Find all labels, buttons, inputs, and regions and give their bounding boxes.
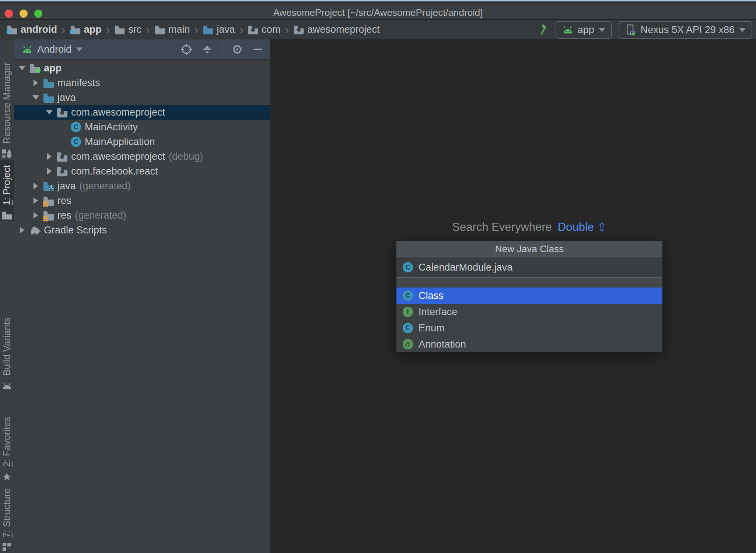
folder-icon [154,24,165,35]
breadcrumb-separator-icon: › [192,24,201,35]
expanded-arrow-icon[interactable] [44,107,55,118]
run-toolbar: app Nexus 5X API 29 x86 [537,20,752,39]
hide-panel-icon[interactable] [252,43,264,55]
tool-window-tab-label: 7: Structure [1,488,13,538]
collapsed-arrow-icon[interactable] [30,180,41,191]
breadcrumb-label: app [84,24,102,35]
chevron-down-icon [599,28,605,32]
tree-row-java[interactable]: java(generated) [14,179,270,193]
collapsed-arrow-icon[interactable] [30,210,41,221]
kind-option-class[interactable]: CClass [396,288,662,304]
navigation-toolbar: android›app›src›main›java›com›awesomepro… [0,20,756,39]
project-view-label: Android [37,44,71,55]
collapsed-arrow-icon[interactable] [44,151,55,162]
generated-folder-icon [43,180,55,192]
project-view-selector[interactable]: Android [22,44,83,55]
collapsed-arrow-icon[interactable] [17,225,28,236]
breadcrumb-label: java [217,24,235,35]
build-hammer-icon[interactable] [537,24,549,36]
tree-row-label: Gradle Scripts [44,225,107,236]
class-icon: C [402,262,413,273]
new-java-class-popup: New Java Class C CalendarModule.java CCl… [396,241,662,352]
collapse-all-icon[interactable] [201,43,213,55]
breadcrumb-item-awesomeproject[interactable]: awesomeproject [293,24,380,35]
module-folder-icon [70,24,81,35]
breadcrumb-separator-icon: › [144,24,152,35]
collapsed-arrow-icon[interactable] [44,166,55,177]
collapsed-arrow-icon[interactable] [30,195,41,206]
app-folder-icon [29,62,41,74]
tool-window-tab-build-variants[interactable]: Build Variants [0,301,14,391]
tree-row-manifests[interactable]: manifests [14,75,270,90]
svg-text:@: @ [405,341,411,348]
svg-text:C: C [406,292,410,299]
window-title: AwesomeProject [~/src/AwesomeProject/and… [0,7,756,18]
breadcrumb-item-app[interactable]: app [70,24,102,35]
kind-option-interface[interactable]: IInterface [396,304,662,320]
breadcrumb-item-main[interactable]: main [154,24,190,35]
device-label: Nexus 5X API 29 x86 [641,24,735,36]
kind-option-label: Enum [419,323,445,334]
tree-row-label: res [57,210,71,221]
enum-icon: E [402,323,413,334]
device-select[interactable]: Nexus 5X API 29 x86 [619,21,752,39]
left-tool-window-stripe: Resource Manager1: ProjectBuild Variants… [0,39,14,553]
tool-window-tab-1-project[interactable]: 1: Project [0,160,14,221]
tree-row-label: manifests [57,77,100,89]
android-studio-window: AwesomeProject [~/src/AwesomeProject/and… [0,0,756,553]
search-everywhere-text: Search Everywhere [452,221,552,234]
tree-row-res[interactable]: res(generated) [14,208,270,223]
panel-header-actions: ⚙ [181,43,264,55]
tree-row-mainactivity[interactable]: CMainActivity [14,120,270,134]
breadcrumb: android›app›src›main›java›com›awesomepro… [7,24,380,35]
tree-row-label: res [57,195,71,207]
svg-text:C: C [74,138,78,145]
package-icon [248,24,259,35]
tool-window-tab-resource-manager[interactable]: Resource Manager [0,40,14,159]
breadcrumb-separator-icon: › [283,24,291,35]
kind-option-annotation[interactable]: @Annotation [396,336,662,352]
tool-window-tab-7-structure[interactable]: 7: Structure [0,490,14,552]
svg-text:C: C [406,264,410,271]
project-tool-window: Android [14,39,271,553]
tree-row-res[interactable]: res [14,193,270,208]
tree-row-com-facebook-react[interactable]: com.facebook.react [14,164,270,179]
tree-row-app[interactable]: app [14,61,270,75]
chevron-down-icon [739,28,746,32]
breadcrumb-item-com[interactable]: com [248,24,280,35]
breadcrumb-item-java[interactable]: java [203,24,235,35]
android-head-icon [562,24,573,35]
package-icon [293,24,304,35]
tree-row-label: MainApplication [85,136,155,148]
tool-window-tab-2-favorites[interactable]: 2: Favorites★ [0,404,14,482]
tree-row-label: java [57,180,76,192]
res-folder-icon [43,209,55,221]
breadcrumb-label: com [262,24,280,35]
title-bar[interactable]: AwesomeProject [~/src/AwesomeProject/and… [0,3,756,20]
tool-window-tab-label: Build Variants [1,317,13,376]
gear-icon[interactable]: ⚙ [231,43,243,55]
breadcrumb-label: awesomeproject [307,24,380,35]
class-name-input[interactable]: C CalendarModule.java [396,257,662,278]
breadcrumb-item-android[interactable]: android [7,24,57,35]
tree-row-java[interactable]: java [14,90,270,105]
tree-row-mainapplication[interactable]: CMainApplication [14,134,270,149]
kind-option-enum[interactable]: EEnum [396,320,662,336]
tree-arrow-placeholder [57,136,69,147]
tree-row-suffix: (generated) [80,180,131,192]
chevron-down-icon [76,47,83,52]
tree-row-com-awesomeproject[interactable]: com.awesomeproject [14,105,270,120]
expanded-arrow-icon[interactable] [30,92,41,103]
expanded-arrow-icon[interactable] [17,63,28,74]
collapsed-arrow-icon[interactable] [30,77,41,88]
tool-window-tab-label: Resource Manager [1,62,13,144]
breadcrumb-item-src[interactable]: src [114,24,141,35]
search-everywhere-hint: Search Everywhere Double ⇧ [396,220,662,234]
tree-row-com-awesomeproject[interactable]: com.awesomeproject(debug) [14,149,270,164]
tree-row-gradle-scripts[interactable]: Gradle Scripts [14,223,270,237]
locate-file-icon[interactable] [181,43,192,55]
run-configuration-select[interactable]: app [556,21,612,39]
tree-row-suffix: (debug) [169,151,203,162]
kind-option-list: CClassIInterfaceEEnum@Annotation [396,288,662,352]
interface-icon: I [402,306,413,317]
